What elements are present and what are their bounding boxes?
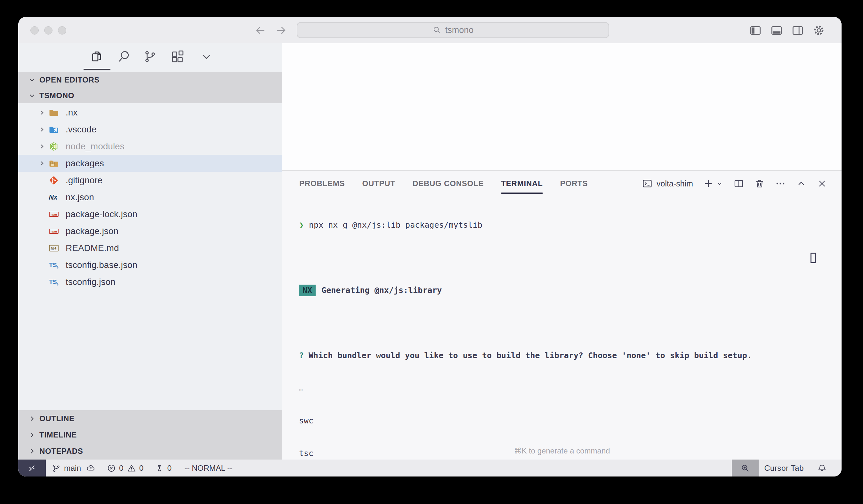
tree-item-nx-json[interactable]: Nx nx.json: [18, 189, 282, 206]
close-panel-icon[interactable]: [816, 178, 827, 189]
nx-status-text: Generating @nx/js:library: [321, 285, 442, 296]
sidebar-item-search[interactable]: [116, 49, 132, 64]
new-terminal-icon[interactable]: [703, 178, 714, 189]
magnifier-plus-icon: [740, 463, 750, 473]
remote-icon: [27, 463, 37, 473]
minimize-button[interactable]: [44, 26, 52, 35]
warnings-indicator[interactable]: 0: [127, 463, 144, 473]
typescript-icon: TS: [48, 260, 59, 271]
arrow-left-icon: [254, 24, 267, 37]
svg-text:Nx: Nx: [49, 193, 58, 201]
close-button[interactable]: [30, 26, 39, 35]
terminal-cursor: [811, 253, 816, 263]
file-label: tsconfig.json: [66, 277, 115, 287]
settings-button[interactable]: [812, 24, 826, 37]
timeline-section-header[interactable]: TIMELINE: [18, 427, 282, 443]
tree-item-nx-folder[interactable]: .nx: [18, 104, 282, 121]
error-circle-icon: [107, 463, 116, 473]
tree-item-packages-folder[interactable]: packages: [18, 155, 282, 172]
notifications-bell-icon[interactable]: [817, 463, 827, 473]
node-folder-icon: JS: [48, 141, 59, 152]
toggle-secondary-sidebar-button[interactable]: [791, 24, 804, 37]
ports-count: 0: [167, 464, 172, 473]
command-center-search[interactable]: tsmono: [297, 22, 609, 38]
bottom-panel: PROBLEMS OUTPUT DEBUG CONSOLE TERMINAL P…: [282, 170, 841, 460]
cursor-tab-toggle[interactable]: Cursor Tab: [764, 464, 804, 473]
tree-item-tsconfig-json[interactable]: TS tsconfig.json: [18, 273, 282, 290]
vscode-folder-icon: [48, 124, 59, 135]
chevron-down-icon: [28, 76, 36, 84]
more-actions-icon[interactable]: [775, 178, 786, 189]
sync-changes-button[interactable]: [86, 463, 96, 473]
timeline-label: TIMELINE: [39, 430, 77, 439]
markdown-icon: M: [48, 243, 59, 254]
zoom-button[interactable]: [58, 26, 66, 35]
warning-triangle-icon: [127, 463, 136, 473]
chevron-right-icon: [28, 414, 36, 423]
file-label: node_modules: [66, 141, 125, 152]
settings-gear-icon: [812, 24, 826, 37]
chevron-right-icon: [38, 125, 46, 134]
forward-button[interactable]: [275, 24, 287, 37]
vim-mode-text: -- NORMAL --: [184, 464, 233, 473]
tab-ports[interactable]: PORTS: [560, 171, 588, 196]
branch-icon: [51, 463, 61, 473]
toggle-primary-sidebar-icon: [749, 24, 762, 37]
search-value: tsmono: [445, 25, 474, 35]
vim-mode-indicator[interactable]: -- NORMAL --: [184, 464, 233, 473]
explorer-headers: OPEN EDITORS TSMONO: [18, 72, 282, 103]
tab-problems[interactable]: PROBLEMS: [299, 171, 345, 196]
toggle-panel-button[interactable]: [770, 24, 783, 37]
tree-item-package-lock-json[interactable]: npm package-lock.json: [18, 206, 282, 223]
project-root-header[interactable]: TSMONO: [18, 88, 282, 103]
file-label: package.json: [66, 226, 118, 236]
errors-indicator[interactable]: 0: [107, 463, 124, 473]
explorer-icon: [89, 49, 104, 64]
toggle-primary-sidebar-button[interactable]: [749, 24, 762, 37]
file-label: .gitignore: [66, 175, 102, 185]
activity-bar: [18, 43, 282, 72]
arrow-right-icon: [275, 24, 287, 37]
search-icon: [433, 26, 441, 35]
nx-badge: NX: [299, 285, 316, 296]
tree-item-readme-md[interactable]: M README.md: [18, 240, 282, 257]
ports-indicator[interactable]: 0: [154, 463, 172, 473]
npm-icon: npm: [48, 226, 59, 237]
split-terminal-icon[interactable]: [733, 178, 744, 189]
outline-section-header[interactable]: OUTLINE: [18, 410, 282, 427]
tab-debug-console[interactable]: DEBUG CONSOLE: [413, 171, 484, 196]
screencast-zoom-button[interactable]: [732, 460, 759, 477]
svg-text:M: M: [51, 246, 54, 250]
svg-text:TS: TS: [49, 279, 57, 285]
cloud-upload-icon: [86, 463, 96, 473]
chevron-down-icon: [28, 91, 36, 100]
remote-indicator[interactable]: [18, 460, 46, 477]
branch-indicator[interactable]: main: [51, 463, 81, 473]
project-root-label: TSMONO: [39, 91, 74, 100]
option-swc[interactable]: swc: [299, 415, 752, 426]
back-button[interactable]: [254, 24, 267, 37]
tree-item-gitignore[interactable]: .gitignore: [18, 172, 282, 189]
chevron-right-icon: [38, 108, 46, 117]
maximize-panel-icon[interactable]: [796, 178, 806, 189]
nx-icon: Nx: [48, 192, 59, 203]
chevron-down-icon: [199, 49, 214, 64]
prompt-question-line: ?Which bundler would you like to use to …: [299, 350, 752, 361]
notepads-section-header[interactable]: NOTEPADS: [18, 443, 282, 459]
sidebar-item-extensions[interactable]: [170, 49, 185, 64]
tree-item-package-json[interactable]: npm package.json: [18, 223, 282, 240]
tree-item-tsconfig-base-json[interactable]: TS tsconfig.base.json: [18, 257, 282, 273]
chevron-right-icon: [38, 159, 46, 168]
terminal-instance[interactable]: volta-shim: [642, 178, 693, 189]
sidebar-item-more-views[interactable]: [199, 49, 214, 64]
kill-terminal-icon[interactable]: [754, 178, 765, 189]
tab-output[interactable]: OUTPUT: [362, 171, 395, 196]
terminal-picker-chevron-icon[interactable]: [716, 180, 723, 188]
tree-item-vscode-folder[interactable]: .vscode: [18, 121, 282, 138]
sidebar-item-explorer[interactable]: [89, 49, 104, 64]
tree-item-node-modules-folder[interactable]: JS node_modules: [18, 138, 282, 155]
terminal-output[interactable]: ❯npx nx g @nx/js:lib packages/mytslib NX…: [299, 198, 752, 477]
open-editors-header[interactable]: OPEN EDITORS: [18, 72, 282, 88]
tab-terminal[interactable]: TERMINAL: [501, 171, 542, 196]
sidebar-item-source-control[interactable]: [142, 49, 158, 64]
